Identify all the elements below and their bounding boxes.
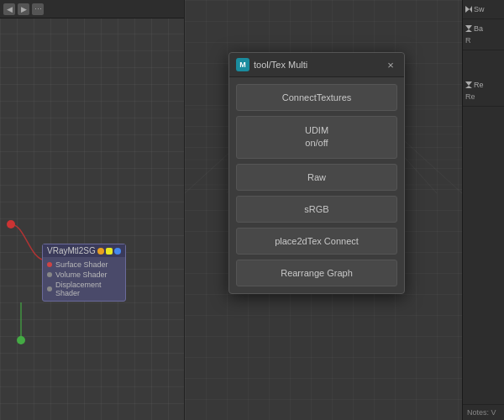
left-connector-dot[interactable] [7,220,15,228]
topbar-back-button[interactable]: ◀ [3,3,15,15]
port-label-volume: Volume Shader [55,270,108,279]
node-icon-orange [97,248,104,255]
right-panel-section-ref: Re Re [463,76,504,107]
tool-tex-multi-dialog: M tool/Tex Multi × ConnectTextures UDIMo… [228,52,405,294]
vray-node[interactable]: VRayMtl2SG Surface Shader Volume Shader … [42,244,126,302]
node-icon-square [106,248,113,255]
arrow-down-icon-ref [465,81,472,88]
vray-node-body: Surface Shader Volume Shader Displacemen… [43,257,125,301]
vray-node-port-volume: Volume Shader [47,270,121,280]
vray-node-port-surface: Surface Shader [47,260,121,270]
right-panel-section-ba: Ba R [463,19,504,50]
right-panel-ba-text: R [465,34,501,46]
dialog-title-text: tool/Tex Multi [254,60,307,70]
port-label-displacement: Displacement Shader [55,281,121,297]
raw-button[interactable]: Raw [236,164,397,191]
arrow-down-icon-ba [465,25,472,32]
dialog-m-icon: M [236,58,249,71]
vray-node-title-icons [97,248,121,255]
connect-textures-button[interactable]: ConnectTextures [236,84,397,111]
dialog-m-icon-text: M [239,60,246,69]
right-panel-section-sw: Sw [463,0,504,19]
close-icon: × [387,59,394,71]
rearrange-graph-button[interactable]: Rearrange Graph [236,260,397,286]
topbar-menu-button[interactable]: ⋯ [32,3,44,15]
vray-node-title: VRayMtl2SG [43,244,125,257]
right-panel-ref-text: Re [465,91,501,102]
right-panel-sw-label: Sw [474,5,485,13]
right-panel-ba-label: Ba [474,24,483,33]
dialog-title-left: M tool/Tex Multi [236,58,307,71]
node-editor-topbar: ◀ ▶ ⋯ [0,0,184,18]
right-panel-ref-arrow[interactable]: Re [465,79,501,91]
udim-button[interactable]: UDIMon/off [236,116,397,159]
place2dtex-connect-button[interactable]: place2dTex Connect [236,228,397,255]
right-panel-ba-arrow[interactable]: Ba [465,23,501,34]
port-dot-displacement [47,286,52,291]
port-dot-volume [47,272,52,277]
topbar-forward-button[interactable]: ▶ [18,3,29,15]
vray-node-title-text: VRayMtl2SG [47,246,96,255]
right-panel-ref-label: Re [474,81,484,89]
dialog-titlebar: M tool/Tex Multi × [229,53,404,77]
srgb-button[interactable]: sRGB [236,196,397,223]
port-dot-surface [47,262,52,267]
node-icon-blue [114,248,121,255]
port-label-surface: Surface Shader [55,260,108,269]
right-panel: Sw Ba R Re Re Notes: V [462,0,504,420]
notes-label: Notes: V [467,408,496,417]
node-editor-grid [0,0,184,420]
arrow-right-icon [465,6,472,13]
bottom-connector-dot[interactable] [17,336,25,344]
vray-node-port-displacement: Displacement Shader [47,280,121,298]
right-panel-sw-arrow[interactable]: Sw [465,3,501,15]
dialog-close-button[interactable]: × [384,58,397,71]
dialog-content: ConnectTextures UDIMon/off Raw sRGB plac… [229,77,404,293]
node-editor-panel: ◀ ▶ ⋯ VRayMtl2SG Surface Shader [0,0,185,420]
notes-section: Notes: V [463,404,504,420]
